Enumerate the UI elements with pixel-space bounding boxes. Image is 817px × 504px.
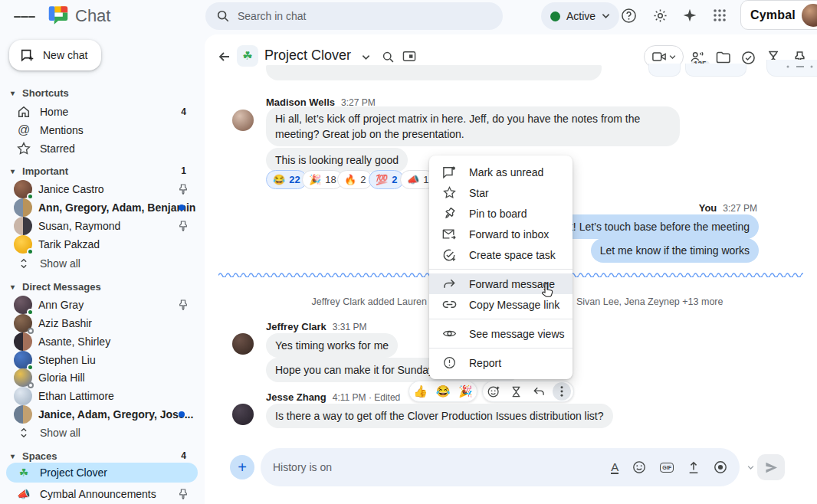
avatar (14, 351, 32, 369)
menu-item-mark-as-unread[interactable]: Mark as unread (429, 162, 573, 182)
reaction-pill[interactable]: 🔥2 (337, 170, 372, 189)
reaction-pill[interactable]: 💯2 (369, 170, 404, 189)
list-item-stephen-liu[interactable]: Stephen Liu (0, 351, 205, 369)
message-header: Jeffrey Clark3:31 PM (266, 319, 366, 333)
sidebar-item-mentions[interactable]: @ Mentions (0, 121, 205, 139)
message-bubble[interactable]: This is looking really good (266, 148, 408, 172)
system-message: Sivan Lee, Jena Zeynep +13 more (576, 296, 723, 307)
more-options-icon[interactable] (553, 382, 571, 401)
account-card[interactable]: Cymbal (740, 0, 817, 30)
unread-dot (179, 205, 185, 211)
conversation-panel: ☘ Project Clover 125 (205, 34, 817, 504)
list-item-gloria-hill[interactable]: Gloria Hill (0, 368, 205, 387)
avatar (14, 332, 32, 351)
show-all-important[interactable]: Show all (0, 254, 205, 273)
sidebar-item-cymbal-announcements[interactable]: 📣 Cymbal Announcements (0, 485, 205, 503)
laughing-emoji[interactable]: 😂 (436, 385, 451, 398)
pin-icon (179, 489, 188, 499)
unfold-more-icon (15, 427, 32, 439)
pin-icon (441, 208, 457, 220)
thumbs-up-emoji[interactable]: 👍 (413, 385, 428, 398)
sidebar-item-starred[interactable]: Starred (0, 139, 205, 158)
list-item-janice-castro[interactable]: Janice Castro (0, 180, 205, 198)
reaction-pill[interactable]: 😂22 (266, 170, 307, 189)
space-menu-chevron-icon[interactable] (358, 50, 373, 65)
section-shortcuts[interactable]: ▾Shortcuts (0, 84, 205, 101)
record-icon[interactable] (714, 460, 727, 474)
section-direct-messages[interactable]: ▾Direct Messages (0, 278, 205, 295)
menu-item-report[interactable]: Report (429, 352, 573, 373)
chat-logo-icon (48, 5, 69, 26)
list-item-ann-gray[interactable]: Ann Gray (0, 296, 205, 314)
menu-item-create-space-task[interactable]: Create space task (429, 244, 573, 265)
party-emoji[interactable]: 🎉 (458, 385, 473, 398)
product-name: Chat (75, 6, 110, 26)
message-bubble[interactable]: Is there a way to get off the Clover Pro… (266, 404, 613, 428)
message-bubble-own[interactable]: Let me know if the timing works (591, 238, 759, 263)
top-bar: Chat Active Cymbal (0, 0, 817, 34)
chat-plus-icon (20, 47, 35, 63)
menu-item-star[interactable]: Star (429, 182, 573, 203)
send-button[interactable] (757, 454, 785, 480)
home-icon (15, 105, 32, 119)
list-item-group-ann-gregory[interactable]: Ann, Gregory, Adam, Benjamin (0, 198, 205, 217)
back-icon[interactable] (215, 47, 235, 67)
list-item-aziz-bashir[interactable]: Aziz Bashir (0, 314, 205, 332)
status-selector[interactable]: Active (541, 2, 619, 30)
message-composer[interactable]: A GIF (261, 448, 740, 486)
history-hourglass-icon[interactable] (508, 383, 525, 400)
text-format-icon[interactable]: A (611, 461, 618, 474)
report-icon (441, 356, 457, 369)
apps-grid-icon[interactable] (709, 5, 730, 26)
main-menu-icon[interactable] (14, 6, 35, 28)
star-icon (15, 142, 32, 155)
list-item-tarik-pakzad[interactable]: Tarik Pakzad (0, 235, 205, 254)
gemini-sparkle-icon[interactable] (679, 5, 701, 26)
add-attachment-button[interactable]: + (230, 455, 254, 479)
message-bubble[interactable]: Yes timing works for me (266, 333, 398, 358)
sidebar-item-project-clover[interactable]: ☘ Project Clover (6, 463, 198, 483)
avatar (14, 235, 32, 254)
send-options-chevron-icon[interactable] (745, 462, 756, 473)
menu-item-forward-to-inbox[interactable]: Forward to inbox (429, 224, 573, 244)
message-bubble[interactable]: Hi all, let’s kick off project matrix in… (266, 106, 680, 146)
media-gallery-icon[interactable] (400, 47, 418, 66)
laughing-emoji: 😂 (273, 174, 285, 185)
add-reaction-icon[interactable] (486, 383, 503, 400)
gif-icon[interactable]: GIF (660, 463, 674, 473)
menu-item-see-message-views[interactable]: See message views (429, 323, 573, 344)
active-status-dot (550, 11, 560, 21)
clover-icon: ☘ (15, 466, 32, 479)
megaphone-emoji: 📣 (407, 174, 419, 185)
search-bar[interactable] (205, 2, 503, 30)
list-item-susan-raymond[interactable]: Susan, Raymond (0, 217, 205, 235)
avatar (232, 333, 254, 355)
avatar (14, 296, 32, 314)
list-item-group-janice-adam[interactable]: Janice, Adam, Gregory, Jose... (0, 405, 205, 424)
section-important[interactable]: ▾Important1 (0, 162, 205, 179)
partial-hover-toolbar (648, 64, 681, 77)
new-chat-button[interactable]: New chat (9, 40, 101, 70)
message-actions-bar (482, 381, 574, 402)
settings-gear-icon[interactable] (649, 5, 671, 26)
list-item-ethan-lattimore[interactable]: Ethan Lattimore (0, 387, 205, 405)
message-input[interactable] (273, 461, 611, 473)
message-header: You3:27 PM (699, 201, 757, 214)
reply-icon[interactable] (530, 383, 547, 400)
help-icon[interactable] (618, 5, 639, 26)
avatar (14, 180, 32, 198)
search-in-space-icon[interactable] (379, 47, 397, 66)
show-all-dm[interactable]: Show all (0, 424, 205, 442)
search-input[interactable] (238, 10, 492, 22)
avatar (14, 405, 32, 424)
emoji-icon[interactable] (632, 460, 646, 474)
menu-divider (429, 348, 573, 349)
menu-item-pin-to-board[interactable]: Pin to board (429, 203, 573, 224)
user-avatar[interactable] (802, 4, 817, 27)
sidebar-item-home[interactable]: Home 4 (0, 103, 205, 121)
section-spaces[interactable]: ▾Spaces4 (0, 447, 205, 464)
upload-icon[interactable] (687, 461, 700, 474)
partial-message-bubble (266, 65, 602, 80)
avatar (14, 198, 32, 217)
list-item-asante-shirley[interactable]: Asante, Shirley (0, 332, 205, 351)
